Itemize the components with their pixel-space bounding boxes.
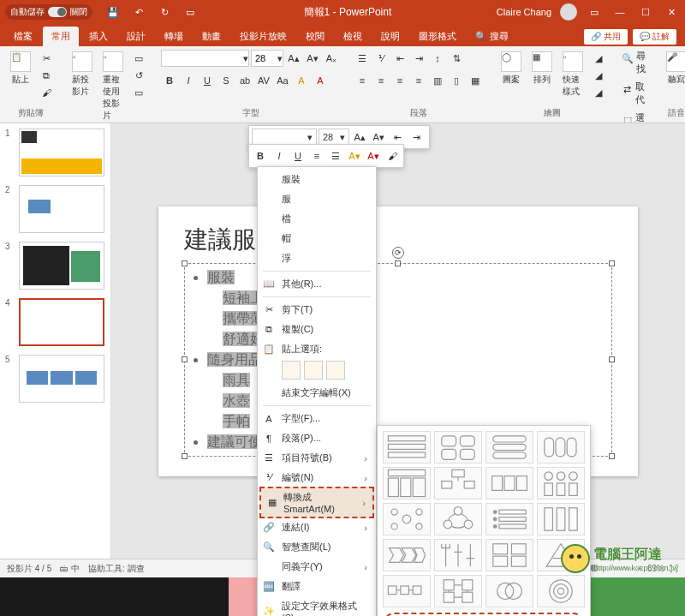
smartart-layout[interactable] [434,575,482,607]
ctx-paragraph[interactable]: ¶段落(P)... [258,428,376,448]
paste-opt-dest[interactable] [282,361,301,380]
tab-insert[interactable]: 插入 [80,27,116,46]
shape-fill-button[interactable]: ◢ [590,50,607,67]
smartart-layout[interactable] [383,431,431,463]
maximize-icon[interactable]: ☐ [637,7,654,18]
find-button[interactable]: 尋找 [636,50,649,75]
mini-indent-dec[interactable]: ⇤ [389,129,406,146]
close-icon[interactable]: ✕ [663,7,680,18]
tab-slideshow[interactable]: 投影片放映 [231,27,295,46]
font-color-button[interactable]: A [312,72,329,89]
rotate-handle-icon[interactable]: ⟳ [392,247,404,259]
resize-handle[interactable] [609,356,615,362]
new-slide-button[interactable]: ▫新投影片 [68,50,96,99]
bullets-button[interactable]: ☰ [354,50,371,67]
strike-button[interactable]: S [217,72,235,89]
smartart-layout[interactable] [434,431,482,463]
language-indicator[interactable]: 🖮 中 [60,563,80,575]
smartart-layout[interactable] [434,539,482,571]
shape-outline-button[interactable]: ◢ [590,67,607,84]
ctx-translate[interactable]: 🔤翻譯 [258,577,376,596]
reset-button[interactable]: ↺ [130,67,147,84]
find-icon[interactable]: 🔍 [621,50,634,67]
a11y-checker[interactable]: 協助工具: 調查 [88,563,145,575]
smartart-layout[interactable] [537,575,585,607]
font-size-combo[interactable]: ▾ [251,50,283,67]
ctx-sub-5[interactable]: 浮 [258,248,376,268]
tab-search[interactable]: 🔍 搜尋 [467,27,517,46]
indent-dec-button[interactable]: ⇤ [391,50,408,67]
minimize-icon[interactable]: — [611,7,628,17]
ctx-synonyms[interactable]: 同義字(Y)› [258,557,376,577]
smartart-layout[interactable] [383,503,431,535]
smartart-layout[interactable] [383,467,431,499]
smartart-layout[interactable] [537,503,585,535]
ctx-sub-1[interactable]: 服裝 [258,170,376,189]
text-direction-button[interactable]: ⇅ [448,50,465,67]
smartart-layout[interactable] [537,431,585,463]
change-case-button[interactable]: Aa [274,72,291,89]
shrink-font-button[interactable]: A▾ [304,50,321,67]
thumb-slide-5[interactable] [19,355,104,403]
slide-thumbnail-pane[interactable]: 1 2 3 4 5 [0,123,111,559]
smartart-more-button[interactable]: ▦其他 SmartArt 圖形(M)... [383,613,585,616]
tab-view[interactable]: 檢視 [335,27,371,46]
reuse-slides-button[interactable]: ▫重複使用投影片 [99,50,127,123]
replace-button[interactable]: 取代 [635,81,649,106]
line-spacing-button[interactable]: ↕ [429,50,446,67]
ctx-font[interactable]: A字型(F)... [258,409,376,428]
tab-file[interactable]: 檔案 [5,27,41,46]
tab-review[interactable]: 校閱 [297,27,333,46]
smartart-button[interactable]: ▦ [467,72,484,89]
start-slideshow-icon[interactable]: ▭ [182,7,199,18]
smartart-layout[interactable] [434,467,482,499]
mini-underline[interactable]: U [289,147,307,164]
smartart-layout[interactable] [485,539,533,571]
ctx-convert-smartart[interactable]: ▦轉換成 SmartArt(M)› [259,487,374,518]
tab-animation[interactable]: 動畫 [194,27,229,46]
mini-align[interactable]: ≡ [308,147,325,164]
resize-handle[interactable] [182,356,188,362]
mini-grow-font[interactable]: A▴ [351,129,368,146]
align-right-button[interactable]: ≡ [391,72,408,89]
resize-handle[interactable] [609,453,615,459]
columns-button[interactable]: ▥ [429,72,446,89]
align-text-button[interactable]: ▯ [448,72,465,89]
ctx-numbering[interactable]: ⅟編號(N)› [258,468,376,487]
shapes-button[interactable]: ◯圖案 [497,50,525,87]
justify-button[interactable]: ≡ [410,72,427,89]
avatar[interactable] [560,3,577,21]
ctx-exit-edit[interactable]: 結束文字編輯(X) [258,383,376,403]
numbering-button[interactable]: ⅟ [372,50,390,67]
mini-font-color[interactable]: A▾ [365,147,382,164]
ctx-sub-3[interactable]: 檔 [258,209,376,229]
thumb-slide-1[interactable] [19,129,104,176]
spacing-button[interactable]: AV [255,72,272,89]
align-left-button[interactable]: ≡ [354,72,371,89]
highlight-button[interactable]: A [293,72,310,89]
resize-handle[interactable] [182,453,188,459]
quick-styles-button[interactable]: ▫快速樣式 [559,50,587,99]
shape-effects-button[interactable]: ◢ [590,84,607,101]
smartart-layout[interactable] [383,575,431,607]
smartart-layout[interactable] [485,575,533,607]
mini-highlight[interactable]: A▾ [346,147,363,164]
mini-format-painter[interactable]: 🖌 [384,147,401,164]
layout-button[interactable]: ▭ [130,50,147,67]
paste-opt-text[interactable] [326,361,345,380]
ctx-copy[interactable]: ⧉複製(C) [258,320,376,339]
ctx-link[interactable]: 🔗連結(I)› [258,517,376,537]
paste-opt-source[interactable] [304,361,323,380]
share-button[interactable]: 🔗 共用 [584,29,628,45]
tab-help[interactable]: 說明 [372,27,408,46]
ctx-sub-4[interactable]: 帽 [258,229,376,248]
ribbon-options-icon[interactable]: ▭ [586,7,603,18]
tab-transition[interactable]: 轉場 [156,27,192,46]
mini-italic[interactable]: I [271,147,288,164]
save-icon[interactable]: 💾 [104,7,122,18]
format-painter-button[interactable]: 🖌 [38,84,55,101]
mini-indent-inc[interactable]: ⇥ [408,129,425,146]
arrange-button[interactable]: ▦排列 [528,50,556,87]
undo-icon[interactable]: ↶ [130,7,147,18]
clear-format-button[interactable]: Aₓ [323,50,340,67]
